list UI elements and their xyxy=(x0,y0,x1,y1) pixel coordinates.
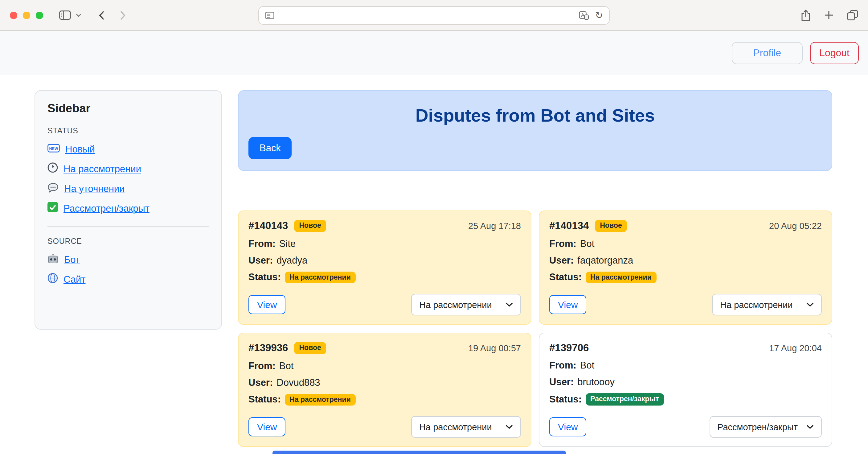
share-button[interactable] xyxy=(801,9,811,21)
sidebar-toggle-icon xyxy=(59,10,71,20)
user-value: faqatorganza xyxy=(577,255,633,266)
safari-window: A ↻ xyxy=(0,0,868,454)
window-close-button[interactable] xyxy=(10,11,17,19)
sidebar-title: Sidebar xyxy=(48,102,209,115)
new-badge: Новое xyxy=(294,342,326,354)
browser-chrome: A ↻ xyxy=(0,0,868,31)
from-label: From: xyxy=(549,360,577,371)
chevron-down-icon xyxy=(806,425,814,429)
back-button-page[interactable]: Back xyxy=(248,137,292,159)
sidebar-section-source-heading: SOURCE xyxy=(48,237,209,246)
new-icon: NEW xyxy=(48,143,60,154)
view-button[interactable]: View xyxy=(248,295,286,314)
dispute-date: 19 Aug 00:57 xyxy=(468,343,521,353)
tab-overview-icon xyxy=(847,10,858,20)
speech-bubble-icon xyxy=(48,182,59,195)
status-link-new[interactable]: Новый xyxy=(65,143,95,154)
window-controls xyxy=(10,11,43,19)
dispute-card-grid: #140143 Новое 25 Aug 17:18 From:Site Use… xyxy=(238,210,832,447)
sidebar-divider xyxy=(48,227,209,227)
from-value: Site xyxy=(279,238,296,249)
next-card-partial xyxy=(273,451,566,454)
dispute-date: 20 Aug 05:22 xyxy=(769,221,822,231)
from-value: Bot xyxy=(580,360,595,371)
page-format-icon[interactable] xyxy=(265,12,274,19)
page-banner: Disputes from Bot and Sites Back xyxy=(238,90,832,171)
status-badge: На рассмотрении xyxy=(284,271,356,283)
dispute-id: #139936 xyxy=(248,342,288,354)
status-select-value: Рассмотрен/закрыт xyxy=(717,422,798,432)
sidebar-item-new: NEW Новый xyxy=(48,143,209,155)
sidebar: Sidebar STATUS NEW Новый xyxy=(34,90,222,330)
status-select[interactable]: На рассмотрении xyxy=(712,294,822,315)
app-header: Profile Logout xyxy=(0,31,868,75)
new-badge: Новое xyxy=(595,220,627,232)
dispute-card: #139706 17 Aug 20:04 From:Bot User:bruto… xyxy=(539,333,832,447)
dispute-date: 17 Aug 20:04 xyxy=(769,343,822,353)
status-select[interactable]: На рассмотрении xyxy=(411,294,521,315)
page-title: Disputes from Bot and Sites xyxy=(248,106,822,126)
source-link-site[interactable]: Сайт xyxy=(63,274,86,285)
from-label: From: xyxy=(248,238,276,249)
status-select-value: На рассмотрении xyxy=(419,422,492,432)
main-content: Disputes from Bot and Sites Back #140143… xyxy=(238,90,832,447)
status-select-value: На рассмотрении xyxy=(419,300,492,310)
sidebar-toggle-button[interactable] xyxy=(59,10,71,20)
from-value: Bot xyxy=(580,238,595,249)
user-label: User: xyxy=(248,255,273,266)
tab-overview-button[interactable] xyxy=(847,10,858,20)
address-bar[interactable]: A ↻ xyxy=(258,6,610,25)
profile-button[interactable]: Profile xyxy=(732,42,803,64)
reload-icon[interactable]: ↻ xyxy=(595,11,603,20)
sidebar-menu-chevron[interactable] xyxy=(76,13,82,17)
status-link-closed[interactable]: Рассмотрен/закрыт xyxy=(63,203,150,214)
dispute-card: #140134 Новое 20 Aug 05:22 From:Bot User… xyxy=(539,210,832,325)
translate-icon[interactable]: A xyxy=(579,11,589,20)
plus-icon xyxy=(824,10,834,20)
status-link-in-review[interactable]: На рассмотрении xyxy=(63,163,141,174)
status-badge: На рассмотрении xyxy=(284,394,356,405)
dispute-card: #139936 Новое 19 Aug 00:57 From:Bot User… xyxy=(238,333,531,447)
source-link-bot[interactable]: Бот xyxy=(64,254,80,265)
chevron-down-icon xyxy=(76,13,82,17)
status-label: Status: xyxy=(549,272,582,283)
svg-text:NEW: NEW xyxy=(49,146,58,151)
user-value: dyadya xyxy=(277,255,307,266)
globe-icon xyxy=(48,273,58,286)
sidebar-item-closed: Рассмотрен/закрыт xyxy=(48,202,209,214)
status-select[interactable]: На рассмотрении xyxy=(411,416,521,438)
view-button[interactable]: View xyxy=(248,417,286,436)
user-label: User: xyxy=(248,377,273,388)
clock-icon xyxy=(48,162,58,175)
logout-button[interactable]: Logout xyxy=(810,42,859,64)
robot-icon xyxy=(48,253,59,266)
window-zoom-button[interactable] xyxy=(36,11,43,19)
user-value: Dovud883 xyxy=(277,377,320,388)
status-select-value: На рассмотрении xyxy=(720,300,793,310)
from-label: From: xyxy=(248,360,276,371)
chevron-down-icon xyxy=(505,425,513,429)
dispute-id: #140143 xyxy=(248,220,288,232)
status-select[interactable]: Рассмотрен/закрыт xyxy=(709,416,822,438)
forward-button[interactable] xyxy=(120,10,126,20)
new-tab-button[interactable] xyxy=(824,10,834,20)
status-badge: Рассмотрен/закрыт xyxy=(585,393,664,405)
window-minimize-button[interactable] xyxy=(23,11,30,19)
status-badge: На рассмотрении xyxy=(585,271,656,283)
back-arrow-icon xyxy=(99,10,105,20)
forward-arrow-icon xyxy=(120,10,126,20)
view-button[interactable]: View xyxy=(549,295,587,314)
sidebar-item-in-review: На рассмотрении xyxy=(48,163,209,175)
dispute-id: #139706 xyxy=(549,342,589,354)
user-label: User: xyxy=(549,376,574,388)
view-button[interactable]: View xyxy=(549,417,587,436)
back-button[interactable] xyxy=(99,10,105,20)
new-badge: Новое xyxy=(294,220,326,232)
status-link-clarification[interactable]: На уточнении xyxy=(64,183,125,194)
sidebar-item-bot: Бот xyxy=(48,254,209,265)
user-value: brutoooy xyxy=(577,376,615,388)
user-label: User: xyxy=(549,255,574,266)
from-value: Bot xyxy=(279,360,294,371)
sidebar-item-site: Сайт xyxy=(48,274,209,285)
chevron-down-icon xyxy=(505,303,513,307)
